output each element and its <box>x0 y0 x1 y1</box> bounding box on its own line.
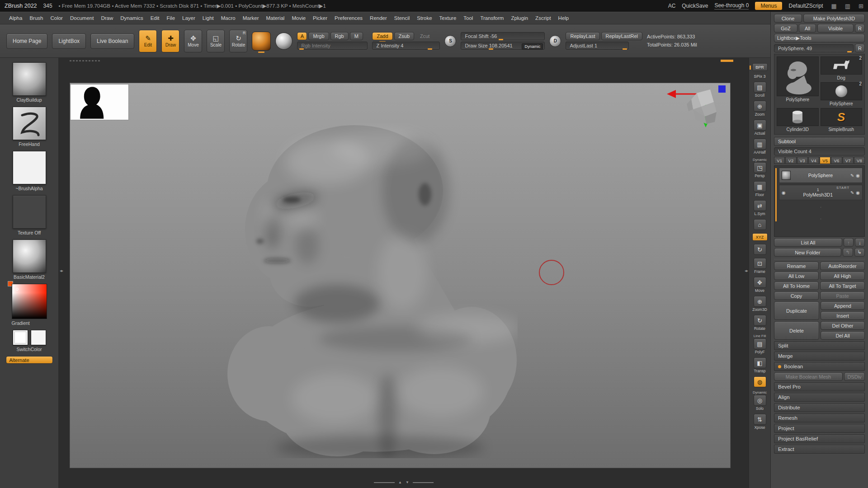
menu-file[interactable]: File <box>163 13 179 23</box>
split-section[interactable]: Split <box>774 341 865 350</box>
distribute-section[interactable]: Distribute <box>774 403 865 412</box>
all-low-button[interactable]: All Low <box>774 272 819 280</box>
adjust-last-slider[interactable]: AdjustLast 1 <box>566 42 629 50</box>
menu-texture[interactable]: Texture <box>436 13 460 23</box>
tab-v7[interactable]: V7 <box>843 157 854 164</box>
project-section[interactable]: Project <box>774 424 865 433</box>
menus-button[interactable]: Menus <box>755 2 782 10</box>
active-tool-slider[interactable]: PolySphere. 49 <box>774 44 854 52</box>
remesh-section[interactable]: Remesh <box>774 413 865 422</box>
tool-r-button[interactable]: R <box>855 44 865 52</box>
menu-zscript[interactable]: Zscript <box>532 13 555 23</box>
goz-button[interactable]: GoZ <box>774 24 797 33</box>
make-boolean-mesh-button[interactable]: Make Boolean Mesh <box>774 372 843 381</box>
quicksave-button[interactable]: QuickSave <box>682 3 708 9</box>
extract-section[interactable]: Extract <box>774 445 865 454</box>
replay-last-button[interactable]: ReplayLast <box>566 32 599 40</box>
claybuildup-brush-thumb[interactable] <box>13 62 46 96</box>
move3d-button[interactable]: ✥Move <box>754 277 766 293</box>
m-button[interactable]: M <box>350 32 363 40</box>
all-to-home-button[interactable]: All To Home <box>774 282 819 290</box>
new-folder-button[interactable]: New Folder <box>774 248 841 257</box>
menu-material[interactable]: Material <box>263 13 288 23</box>
menu-transform[interactable]: Transform <box>476 13 507 23</box>
goz-visible-button[interactable]: Visible <box>817 24 854 33</box>
ghost-button[interactable]: ◍ <box>754 376 766 387</box>
menu-macro[interactable]: Macro <box>217 13 239 23</box>
zadd-button[interactable]: Zadd <box>372 32 392 40</box>
subtool-row-polysphere[interactable]: PolySphere ✎ ◉ <box>779 168 863 183</box>
menu-preferences[interactable]: Preferences <box>331 13 366 23</box>
persp-button[interactable]: Dynamic◳Persp <box>753 158 767 178</box>
zcut-button[interactable]: Zcut <box>415 32 434 40</box>
tab-v6[interactable]: V6 <box>831 157 842 164</box>
switch-color[interactable]: SwitchColor <box>13 330 46 352</box>
tab-v1[interactable]: V1 <box>774 157 785 164</box>
tab-v2[interactable]: V2 <box>785 157 796 164</box>
tool-thumb-simplebrush[interactable]: S SimpleBrush <box>821 108 863 132</box>
scroll-down-icon[interactable]: ▼ <box>406 480 409 484</box>
rgb-button[interactable]: Rgb <box>330 32 349 40</box>
menu-marker[interactable]: Marker <box>239 13 263 23</box>
config-icon[interactable]: ⊞ <box>859 3 863 9</box>
alternate-button[interactable]: Alternate <box>6 356 53 364</box>
brush-selector[interactable]: ClayBuildup <box>13 62 46 103</box>
del-all-button[interactable]: Del All <box>821 331 865 340</box>
boolean-section[interactable]: Boolean <box>774 362 865 371</box>
live-boolean-button[interactable]: Live Boolean <box>90 33 134 49</box>
menu-zplugin[interactable]: Zplugin <box>507 13 532 23</box>
texture-off-thumb[interactable] <box>13 195 46 229</box>
menu-light[interactable]: Light <box>199 13 217 23</box>
menu-help[interactable]: Help <box>555 13 573 23</box>
tab-v4[interactable]: V4 <box>808 157 819 164</box>
camera-orientation-gizmo[interactable] <box>660 84 727 135</box>
material-selector[interactable]: BasicMaterial2 <box>13 239 46 280</box>
tool-thumb-dog[interactable]: 2 Dog <box>821 56 863 80</box>
menu-stroke[interactable]: Stroke <box>413 13 435 23</box>
bpr-button[interactable]: BPR <box>752 63 768 71</box>
menu-dynamics[interactable]: Dynamics <box>117 13 146 23</box>
clone-button[interactable]: Clone <box>774 14 802 23</box>
bevel-pro-section[interactable]: Bevel Pro <box>774 382 865 391</box>
scale-mode-button[interactable]: ◱ Scale <box>207 30 225 52</box>
duplicate-button[interactable]: Duplicate <box>774 301 819 320</box>
transp-button[interactable]: ◧Transp <box>754 357 766 373</box>
texture-selector[interactable]: Texture Off <box>13 195 46 235</box>
replay-badge[interactable]: D <box>549 35 561 47</box>
floor-button[interactable]: ▦Floor <box>754 181 766 197</box>
visibility-eye-icon[interactable]: ◉ <box>856 190 860 195</box>
dsdiv-button[interactable]: DSDiv <box>844 372 865 381</box>
goz-all-button[interactable]: All <box>799 24 816 33</box>
main-color-swatch[interactable] <box>13 330 28 345</box>
subtool-header[interactable]: Subtool <box>774 137 865 146</box>
paint-icon[interactable]: ✎ <box>850 190 854 195</box>
all-high-button[interactable]: All High <box>820 272 865 280</box>
active-tool-thumb[interactable]: PolySphere <box>777 56 819 106</box>
move-into-folder-button[interactable]: ↳ <box>854 248 865 257</box>
rotate3d-button[interactable]: ↻Rotate <box>754 315 766 331</box>
append-button[interactable]: Append <box>821 301 865 310</box>
solo-button[interactable]: Dynamic◎Solo <box>753 390 767 411</box>
all-to-target-button[interactable]: All To Target <box>820 282 865 290</box>
default-zscript-button[interactable]: DefaultZScript <box>788 3 823 9</box>
tab-v8[interactable]: V8 <box>854 157 865 164</box>
spix-slider[interactable]: SPix 3 <box>754 74 765 79</box>
copy-button[interactable]: Copy <box>774 291 819 300</box>
merge-section[interactable]: Merge <box>774 352 865 361</box>
xpose-button[interactable]: ⇅Xpose <box>754 414 766 430</box>
visible-count-slider[interactable]: Visible Count 4 <box>774 147 865 155</box>
menu-stencil[interactable]: Stencil <box>391 13 414 23</box>
canvas-bottom-scrollbar[interactable]: ▲▼ <box>374 480 434 484</box>
replay-last-rel-button[interactable]: ReplayLastRel <box>601 32 643 40</box>
tab-v3[interactable]: V3 <box>797 157 808 164</box>
menu-alpha[interactable]: Alpha <box>5 13 26 23</box>
menu-layer[interactable]: Layer <box>179 13 199 23</box>
palette-icon[interactable]: ▥ <box>845 3 850 9</box>
tool-thumb-polysphere[interactable]: 2 PolySphere <box>821 82 863 106</box>
alpha-selector[interactable]: ~BrushAlpha <box>13 151 46 191</box>
insert-button[interactable]: Insert <box>821 311 865 320</box>
see-through-slider[interactable]: See-through 0 <box>714 2 749 9</box>
lsym-button[interactable]: ⇄L.Sym <box>754 200 766 216</box>
brushalpha-thumb[interactable] <box>13 151 46 184</box>
menu-edit[interactable]: Edit <box>147 13 163 23</box>
